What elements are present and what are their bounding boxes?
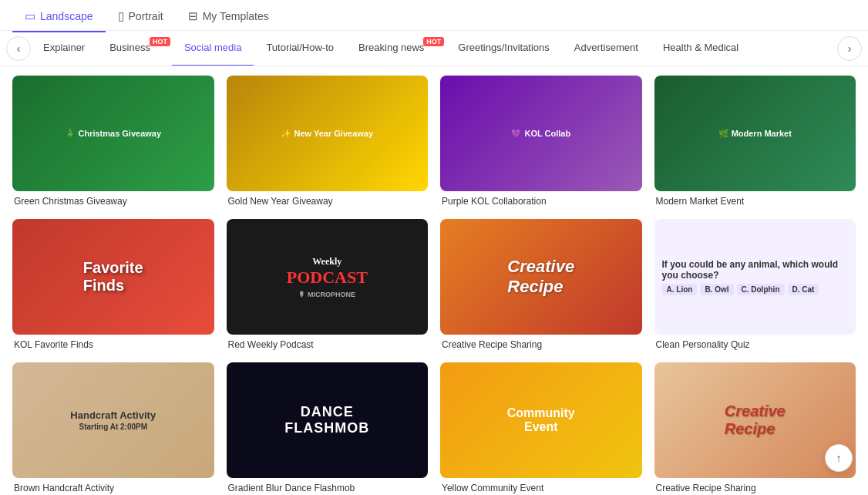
cat-tab-breaking-news[interactable]: Breaking news HOT xyxy=(346,31,446,66)
thumb-handcraft: Handcraft Activity Starting At 2:00PM xyxy=(12,362,214,478)
thumb-creative-recipe1: CreativeRecipe xyxy=(440,219,642,335)
card-label-modern-market: Modern Market Event xyxy=(654,196,856,207)
thumb-green-christmas: 🎄 Christmas Giveaway xyxy=(12,76,214,191)
card-handcraft[interactable]: Handcraft Activity Starting At 2:00PM Br… xyxy=(12,362,214,493)
category-tabs-inner: Explainer Business HOT Social media Tuto… xyxy=(31,31,837,66)
scroll-to-top-icon: ↑ xyxy=(836,452,842,464)
my-templates-icon: ⊟ xyxy=(188,9,198,23)
card-dance-flashmob[interactable]: DANCEFLASHMOB Gradient Blur Dance Flashm… xyxy=(227,362,429,493)
card-green-christmas[interactable]: 🎄 Christmas Giveaway Green Christmas Giv… xyxy=(12,76,214,207)
card-red-podcast[interactable]: Weekly PODCAST 🎙 MICROPHONE Red Weekly P… xyxy=(227,219,429,350)
card-label-purple-kol: Purple KOL Collaboration xyxy=(440,196,642,207)
card-purple-kol[interactable]: 💜 KOL Collab Purple KOL Collaboration xyxy=(440,76,642,207)
card-clean-quiz[interactable]: If you could be any animal, which would … xyxy=(654,219,856,350)
cat-tab-tutorial[interactable]: Tutorial/How-to xyxy=(254,31,346,66)
thumb-dance-flashmob: DANCEFLASHMOB xyxy=(227,362,429,478)
hot-badge-breaking-news: HOT xyxy=(423,37,444,46)
thumb-kol-finds: FavoriteFinds xyxy=(12,219,214,335)
tab-portrait[interactable]: ▯ Portrait xyxy=(106,2,176,32)
prev-arrow[interactable]: ‹ xyxy=(6,36,31,61)
card-label-clean-quiz: Clean Personality Quiz xyxy=(654,339,856,350)
card-label-creative-recipe2: Creative Recipe Sharing xyxy=(654,483,856,493)
hot-badge-business: HOT xyxy=(150,37,170,46)
cat-tab-explainer[interactable]: Explainer xyxy=(31,31,97,66)
thumb-purple-kol: 💜 KOL Collab xyxy=(440,76,642,191)
card-creative-recipe2[interactable]: CreativeRecipe Creative Recipe Sharing xyxy=(654,362,856,493)
landscape-icon: ▭ xyxy=(25,9,35,23)
cat-tab-greetings[interactable]: Greetings/Invitations xyxy=(446,31,562,66)
card-label-gold-newyear: Gold New Year Giveaway xyxy=(227,196,429,207)
category-tabs-bar: ‹ Explainer Business HOT Social media Tu… xyxy=(0,31,868,66)
card-creative-recipe1[interactable]: CreativeRecipe Creative Recipe Sharing xyxy=(440,219,642,350)
tab-landscape-label: Landscape xyxy=(40,10,93,22)
card-label-kol-finds: KOL Favorite Finds xyxy=(12,339,214,350)
card-label-red-podcast: Red Weekly Podcast xyxy=(227,339,429,350)
tab-my-templates-label: My Templates xyxy=(203,10,269,22)
portrait-icon: ▯ xyxy=(118,9,124,23)
template-grid: 🎄 Christmas Giveaway Green Christmas Giv… xyxy=(0,66,868,495)
thumb-community-event: CommunityEvent xyxy=(440,362,642,478)
card-label-handcraft: Brown Handcraft Activity xyxy=(12,483,214,493)
card-label-community-event: Yellow Community Event xyxy=(440,483,642,493)
card-kol-finds[interactable]: FavoriteFinds KOL Favorite Finds xyxy=(12,219,214,350)
tab-my-templates[interactable]: ⊟ My Templates xyxy=(176,2,281,32)
top-tabs-bar: ▭ Landscape ▯ Portrait ⊟ My Templates xyxy=(0,0,868,31)
card-gold-newyear[interactable]: ✨ New Year Giveaway Gold New Year Giveaw… xyxy=(227,76,429,207)
card-community-event[interactable]: CommunityEvent Yellow Community Event xyxy=(440,362,642,493)
cat-tab-business[interactable]: Business HOT xyxy=(97,31,172,66)
cat-tab-social-media[interactable]: Social media xyxy=(172,31,254,66)
card-modern-market[interactable]: 🌿 Modern Market Modern Market Event xyxy=(654,76,856,207)
card-label-green-christmas: Green Christmas Giveaway xyxy=(12,196,214,207)
next-arrow[interactable]: › xyxy=(837,36,862,61)
thumb-modern-market: 🌿 Modern Market xyxy=(654,76,856,191)
card-label-creative-recipe1: Creative Recipe Sharing xyxy=(440,339,642,350)
cat-tab-advertisement[interactable]: Advertisement xyxy=(562,31,651,66)
thumb-gold-newyear: ✨ New Year Giveaway xyxy=(227,76,429,191)
cat-tab-health-medical[interactable]: Health & Medical xyxy=(651,31,751,66)
tab-portrait-label: Portrait xyxy=(129,10,163,22)
card-label-dance-flashmob: Gradient Blur Dance Flashmob xyxy=(227,483,429,493)
thumb-red-podcast: Weekly PODCAST 🎙 MICROPHONE xyxy=(227,219,429,335)
scroll-to-top-button[interactable]: ↑ xyxy=(825,444,853,472)
thumb-clean-quiz: If you could be any animal, which would … xyxy=(654,219,856,335)
tab-landscape[interactable]: ▭ Landscape xyxy=(12,2,106,32)
